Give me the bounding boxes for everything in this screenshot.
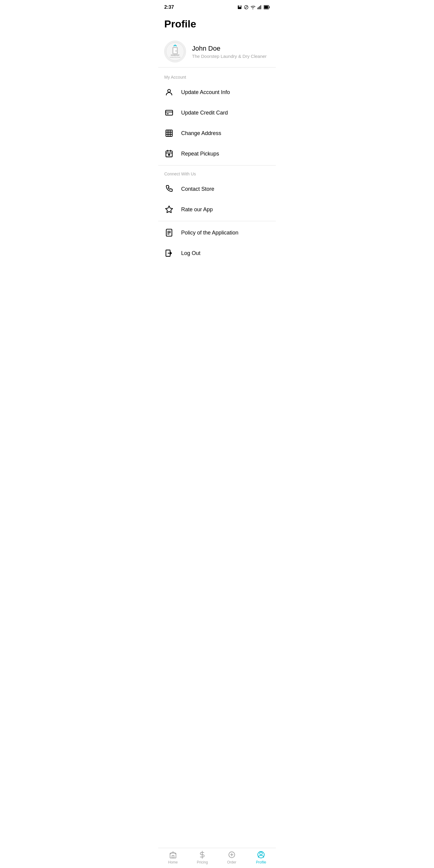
status-bar: 2:37 <box>158 0 276 13</box>
contact-store-label: Contact Store <box>181 186 214 192</box>
logout-icon <box>164 248 174 258</box>
repeat-pickups-item[interactable]: Repeat Pickups <box>158 144 276 164</box>
svg-text:Laundry & Dry Cleaner: Laundry & Dry Cleaner <box>170 57 181 58</box>
svg-rect-8 <box>259 6 260 9</box>
profile-info: John Doe The Doorstep Laundry & Dry Clea… <box>192 44 267 59</box>
svg-text:DOORSTEP: DOORSTEP <box>171 54 180 56</box>
connect-section: Connect With Us Contact Store Rate our A… <box>158 167 276 220</box>
profile-header: DOORSTEP Laundry & Dry Cleaner John Doe … <box>158 36 276 67</box>
status-icons <box>237 5 270 10</box>
credit-card-icon <box>164 108 174 118</box>
svg-rect-9 <box>260 5 261 9</box>
building-icon <box>164 128 174 138</box>
my-account-section: My Account Update Account Info Update Cr… <box>158 70 276 164</box>
avatar: DOORSTEP Laundry & Dry Cleaner <box>164 41 186 62</box>
svg-rect-22 <box>165 110 173 115</box>
repeat-pickups-label: Repeat Pickups <box>181 151 219 157</box>
svg-point-5 <box>253 8 253 9</box>
page-title: Profile <box>158 13 276 36</box>
status-time: 2:37 <box>164 4 174 10</box>
svg-marker-35 <box>165 206 173 213</box>
svg-rect-25 <box>166 130 173 136</box>
document-icon <box>164 228 174 238</box>
logout-label: Log Out <box>181 250 200 256</box>
svg-rect-2 <box>239 6 239 7</box>
svg-rect-7 <box>258 7 259 9</box>
avatar-logo: DOORSTEP Laundry & Dry Cleaner <box>165 41 185 62</box>
wifi-icon <box>250 5 255 10</box>
change-address-item[interactable]: Change Address <box>158 123 276 144</box>
svg-line-4 <box>245 6 247 8</box>
person-icon <box>164 87 174 97</box>
calendar-icon <box>164 149 174 158</box>
connect-label: Connect With Us <box>158 167 276 179</box>
battery-icon <box>264 5 270 9</box>
update-credit-card-label: Update Credit Card <box>181 110 228 116</box>
rate-app-item[interactable]: Rate our App <box>158 199 276 220</box>
no-disturb-icon <box>244 5 249 10</box>
save-icon <box>237 5 242 10</box>
signal-icon <box>257 5 262 10</box>
divider-2 <box>158 221 276 221</box>
update-account-label: Update Account Info <box>181 89 230 96</box>
svg-point-21 <box>167 90 170 92</box>
misc-section: Policy of the Application Log Out <box>158 222 276 264</box>
my-account-label: My Account <box>158 70 276 82</box>
svg-rect-12 <box>269 6 270 8</box>
policy-label: Policy of the Application <box>181 230 239 236</box>
divider-1 <box>158 165 276 165</box>
logout-item[interactable]: Log Out <box>158 243 276 264</box>
svg-rect-6 <box>257 7 258 9</box>
contact-store-item[interactable]: Contact Store <box>158 179 276 199</box>
update-credit-card-item[interactable]: Update Credit Card <box>158 102 276 123</box>
svg-rect-16 <box>173 48 177 53</box>
star-icon <box>164 205 174 214</box>
svg-point-17 <box>176 51 177 52</box>
update-account-item[interactable]: Update Account Info <box>158 82 276 102</box>
svg-rect-11 <box>264 6 268 9</box>
phone-icon <box>164 184 174 194</box>
change-address-label: Change Address <box>181 130 221 136</box>
profile-business: The Doorstep Laundry & Dry Cleaner <box>192 54 267 59</box>
policy-item[interactable]: Policy of the Application <box>158 222 276 243</box>
profile-name: John Doe <box>192 44 267 53</box>
rate-app-label: Rate our App <box>181 207 213 213</box>
